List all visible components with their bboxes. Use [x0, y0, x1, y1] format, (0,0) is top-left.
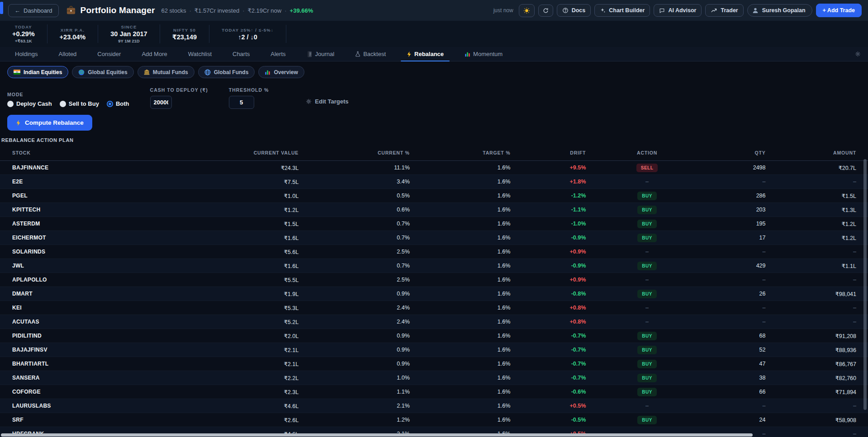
cell-current-pct: 1.0%: [299, 371, 410, 385]
globe-grid-icon: [204, 69, 211, 75]
table-row[interactable]: EICHERMOT ₹1.6L 0.7% 1.6% -0.9% BUY 17 ₹…: [0, 231, 868, 245]
cell-current-value: ₹2.3L: [154, 385, 299, 399]
table-row[interactable]: SANSERA ₹2.2L 1.0% 1.6% -0.7% BUY 38 ₹82…: [0, 371, 868, 385]
cell-current-pct: 0.9%: [299, 329, 410, 343]
cell-current-pct: 0.9%: [299, 287, 410, 301]
column-header-amount[interactable]: AMOUNT: [766, 146, 868, 161]
mode-deploy-cash-radio[interactable]: Deploy Cash: [7, 100, 52, 107]
column-header-action[interactable]: ACTION: [586, 146, 708, 161]
table-row[interactable]: E2E ₹7.5L 3.4% 1.6% +1.8% – – –: [0, 175, 868, 189]
separator-dot: ·: [189, 7, 191, 14]
table-row[interactable]: PIDILITIND ₹2.0L 0.9% 1.6% -0.7% BUY 68 …: [0, 329, 868, 343]
cell-stock: DMART: [0, 287, 154, 301]
trader-button-label: Trader: [721, 7, 738, 14]
tabs-settings-gear-icon[interactable]: [855, 51, 861, 57]
tab-momentum[interactable]: Momentum: [454, 47, 513, 61]
tab-consider[interactable]: Consider: [87, 47, 131, 61]
cell-current-value: ₹4.6L: [154, 399, 299, 413]
cell-target-pct: 1.6%: [410, 343, 511, 357]
table-row[interactable]: ACUTAAS ₹5.2L 2.4% 1.6% +0.8% – – –: [0, 315, 868, 329]
edit-targets-link[interactable]: Edit Targets: [306, 98, 348, 109]
column-header-target-[interactable]: TARGET %: [410, 146, 511, 161]
help-circle-icon: [562, 7, 569, 14]
cell-qty: 66: [708, 385, 766, 399]
cell-current-value: ₹1.9L: [154, 287, 299, 301]
horizontal-scrollbar[interactable]: [1, 433, 753, 437]
docs-button[interactable]: Docs: [557, 4, 591, 17]
filter-global-equities[interactable]: Global Equities: [72, 66, 133, 78]
table-row[interactable]: BAJAJFINSV ₹2.1L 0.9% 1.6% -0.7% BUY 52 …: [0, 343, 868, 357]
action-badge-buy: BUY: [637, 290, 657, 298]
cell-current-pct: 0.7%: [299, 259, 410, 273]
summary-part: ₹2.19Cr now: [247, 7, 281, 14]
cell-stock: ACUTAAS: [0, 315, 154, 329]
table-row[interactable]: JWL ₹1.6L 0.7% 1.6% -0.9% BUY 429 ₹1.1L: [0, 259, 868, 273]
cell-drift: -0.6%: [510, 385, 586, 399]
mode-both-radio[interactable]: Both: [107, 100, 129, 107]
cell-amount: –: [766, 315, 868, 329]
table-row[interactable]: KPITTECH ₹1.2L 0.6% 1.6% -1.1% BUY 203 ₹…: [0, 203, 868, 217]
table-header-row: STOCKCURRENT VALUECURRENT %TARGET %DRIFT…: [0, 146, 868, 161]
table-row[interactable]: ASTERDM ₹1.5L 0.7% 1.6% -1.0% BUY 195 ₹1…: [0, 217, 868, 231]
table-row[interactable]: APLAPOLLO ₹5.5L 2.5% 1.6% +0.9% – – –: [0, 273, 868, 287]
table-row[interactable]: PGEL ₹1.0L 0.5% 1.6% -1.2% BUY 286 ₹1.5L: [0, 189, 868, 203]
table-row[interactable]: DMART ₹1.9L 0.9% 1.6% -0.8% BUY 26 ₹98,0…: [0, 287, 868, 301]
cell-stock: PGEL: [0, 189, 154, 203]
tab-add-more[interactable]: Add More: [131, 47, 177, 61]
cell-qty: 52: [708, 343, 766, 357]
cell-amount: ₹1.5L: [766, 189, 868, 203]
refresh-button[interactable]: [538, 5, 553, 17]
vertical-scrollbar[interactable]: [863, 159, 867, 410]
refresh-icon: [543, 8, 549, 14]
table-row[interactable]: COFORGE ₹2.3L 1.1% 1.6% -0.6% BUY 66 ₹71…: [0, 385, 868, 399]
filter-overview[interactable]: Overview: [258, 66, 304, 78]
table-row[interactable]: BAJFINANCE ₹24.3L 11.1% 1.6% +9.5% SELL …: [0, 161, 868, 175]
table-row[interactable]: LAURUSLABS ₹4.6L 2.1% 1.6% +0.5% – – –: [0, 399, 868, 413]
cell-drift: -1.2%: [510, 189, 586, 203]
column-header-qty[interactable]: QTY: [708, 146, 766, 161]
cash-to-deploy-input[interactable]: [150, 96, 172, 109]
add-trade-button[interactable]: + Add Trade: [816, 4, 862, 17]
action-badge-sell: SELL: [636, 164, 658, 172]
column-header-stock[interactable]: STOCK: [0, 146, 154, 161]
column-header-current-[interactable]: CURRENT %: [299, 146, 410, 161]
threshold-input[interactable]: [229, 96, 254, 109]
back-dashboard-button[interactable]: ← Dashboard: [8, 4, 59, 17]
chart-builder-button-label: Chart Builder: [609, 7, 645, 14]
cell-amount: ₹91,208: [766, 329, 868, 343]
tab-rebalance[interactable]: Rebalance: [396, 47, 454, 61]
tab-backtest[interactable]: Backtest: [345, 47, 396, 61]
filter-global-funds[interactable]: Global Funds: [198, 66, 255, 78]
column-header-current-value[interactable]: CURRENT VALUE: [154, 146, 299, 161]
column-header-drift[interactable]: DRIFT: [510, 146, 586, 161]
stat-since: SINCE 30 Jan 2017 9Y 1M 21D: [98, 24, 160, 43]
table-row[interactable]: SOLARINDS ₹5.6L 2.5% 1.6% +0.9% – – –: [0, 245, 868, 259]
chart-builder-button[interactable]: Chart Builder: [594, 4, 650, 17]
tab-charts[interactable]: Charts: [222, 47, 260, 61]
cell-current-value: ₹5.6L: [154, 245, 299, 259]
compute-rebalance-button[interactable]: Compute Rebalance: [7, 115, 92, 131]
user-menu-button[interactable]: Suresh Gopalan: [747, 4, 812, 17]
trader-button[interactable]: Trader: [705, 4, 743, 17]
mode-sell-to-buy-radio[interactable]: Sell to Buy: [60, 100, 99, 107]
theme-toggle-button[interactable]: [519, 4, 535, 17]
table-row[interactable]: SRF ₹2.6L 1.2% 1.6% -0.5% BUY 24 ₹58,908: [0, 413, 868, 427]
table-row[interactable]: BHARTIARTL ₹2.1L 0.9% 1.6% -0.7% BUY 47 …: [0, 357, 868, 371]
radio-icon: [60, 101, 66, 107]
cell-current-value: ₹2.2L: [154, 371, 299, 385]
cell-drift: -0.8%: [510, 287, 586, 301]
tab-holdings[interactable]: Holdings: [5, 47, 48, 61]
tab-alloted[interactable]: Alloted: [48, 47, 87, 61]
filter-mutual-funds[interactable]: Mutual Funds: [138, 66, 194, 78]
table-row[interactable]: KEI ₹5.3L 2.4% 1.6% +0.8% – – –: [0, 301, 868, 315]
ai-advisor-button[interactable]: AI Advisor: [654, 4, 702, 17]
gear-icon: [306, 99, 312, 104]
last-updated-text: just now: [493, 7, 513, 14]
cell-drift: +0.5%: [510, 399, 586, 413]
filter-indian-equities[interactable]: Indian Equities: [7, 66, 68, 78]
tab-journal[interactable]: Journal: [296, 47, 345, 61]
action-badge-buy: BUY: [637, 374, 657, 382]
tab-alerts[interactable]: Alerts: [260, 47, 296, 61]
tab-watchlist[interactable]: Watchlist: [178, 47, 222, 61]
cell-stock: COFORGE: [0, 385, 154, 399]
